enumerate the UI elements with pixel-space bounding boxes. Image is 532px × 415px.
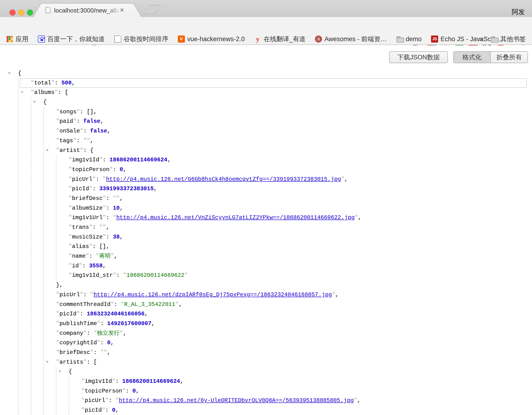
collapse-arrow-icon[interactable]: ▼ [21,88,23,97]
json-token: songs [59,109,76,115]
collapse-arrow-icon[interactable]: ▼ [59,367,61,377]
json-token: " [56,291,59,298]
json-token: " [99,224,103,231]
json-token: 0 [112,407,115,413]
json-line: "picId": 0, [0,405,532,415]
json-token: " [68,176,72,183]
json-token: , [144,311,148,317]
json-token: paid [59,118,73,125]
collapse-arrow-icon[interactable]: ▼ [46,357,48,367]
json-token: tags [59,137,73,144]
json-token: , [123,166,126,173]
json-token: " [68,272,72,279]
json-token: " [76,311,80,317]
json-token: albums [34,89,54,96]
json-token: " [89,185,92,192]
json-url-link[interactable]: http://p4.music.126.net/dzpIARf0sEg_Dj75… [93,291,332,298]
json-line: "img1v1Id": 18686200114669624, [0,155,532,165]
json-token: " [103,195,106,202]
collapse-arrow-icon[interactable]: ▼ [8,69,10,78]
json-token: " [93,176,96,183]
json-token: false [90,128,107,134]
json-token: " [68,157,72,163]
json-token: " [86,253,89,259]
json-token: : [ [58,89,68,96]
json-line: "onSale": false, [0,126,532,136]
json-token: " [68,214,72,221]
json-token: " [56,330,59,337]
json-url-link[interactable]: http://p4.music.126.net/VnZiScyynLG7atLI… [116,214,355,221]
json-token: " [122,388,125,394]
collapse-arrow-icon[interactable]: ▼ [33,97,36,107]
json-token: " [56,137,59,144]
json-token: , [154,185,157,192]
json-token: " [111,253,114,259]
json-token: : [115,378,122,385]
json-line: ▼"artists": [ [0,357,532,367]
json-token: " [83,359,86,365]
json-token: : [93,224,99,231]
collapse-arrow-icon[interactable]: ▼ [46,146,48,155]
json-token: : [113,166,120,173]
json-token: , [120,195,123,202]
json-token: " [110,301,114,308]
json-token: " [68,224,72,231]
json-line: "name": "蒋明", [0,251,532,261]
json-token: " [90,349,93,356]
json-token: picId [85,407,102,413]
json-token: picUrl [72,176,92,183]
json-token: " [103,234,106,240]
json-line: "publishTime": 1492617600007, [0,319,532,329]
json-token: : [106,205,113,211]
json-token: , [344,176,348,183]
json-line: "briefDesc": "", [0,348,532,357]
json-token: img1v1Id_str [72,272,113,279]
json-line: ▼{ [0,97,532,107]
json-token: artists [59,359,83,365]
json-token: " [68,185,72,192]
json-url-link[interactable]: http://p4.music.126.net/6y-UleORITEDbvrO… [119,397,354,404]
json-token: " [100,349,104,356]
json-token: : [105,407,112,413]
json-line: "alias": [], [0,242,532,251]
json-token: " [97,339,100,346]
json-line: "picUrl": "http://p4.music.126.net/dzpIA… [0,290,532,300]
json-token: , [103,263,106,269]
json-line: "img1v1Id": 18686200114669624, [0,377,532,386]
json-token: " [76,109,80,115]
json-token: 蒋明 [99,253,111,259]
json-token: " [97,320,100,327]
json-token: , [358,214,361,221]
json-token: " [81,407,85,413]
json-token: : [], [93,243,109,250]
json-token: " [56,339,59,346]
json-token: : [125,388,133,394]
json-token: publishTime [59,320,97,327]
json-token: name [72,253,86,259]
json-line: "img1v1Url": "http://p4.music.126.net/Vn… [0,213,532,223]
json-token: " [103,214,106,221]
json-token: 3558 [89,263,103,269]
json-token: " [56,118,59,125]
json-token: " [87,137,90,144]
json-token: " [104,349,107,356]
json-line: "copyrightId": 0, [0,338,532,348]
json-token: " [354,397,357,404]
json-url-link[interactable]: http://p4.music.126.net/G6Gb8hsCk4h8oemc… [106,176,341,183]
json-token: R_AL_3_35422011 [124,301,175,308]
json-token: " [68,205,72,211]
json-token: , [100,118,104,125]
json-lines: ▼{"total": 500,▼"albums": [▼{"songs": []… [0,69,532,415]
json-line: "img1v1Id_str": "18686200114669622" [0,271,532,280]
json-token: 18686200114669624 [109,157,167,163]
json-line: "topicPerson": 0, [0,386,532,396]
json-token: 0 [120,166,123,173]
json-token: : [93,349,100,356]
json-token: { [18,70,21,77]
json-token: : [], [80,109,97,115]
json-token: , [335,291,339,298]
json-token: " [56,349,59,356]
json-line: "picUrl": "http://p4.music.126.net/G6Gb8… [0,175,532,184]
json-line: "trans": "", [0,223,532,232]
json-token: img1v1Url [72,214,103,221]
